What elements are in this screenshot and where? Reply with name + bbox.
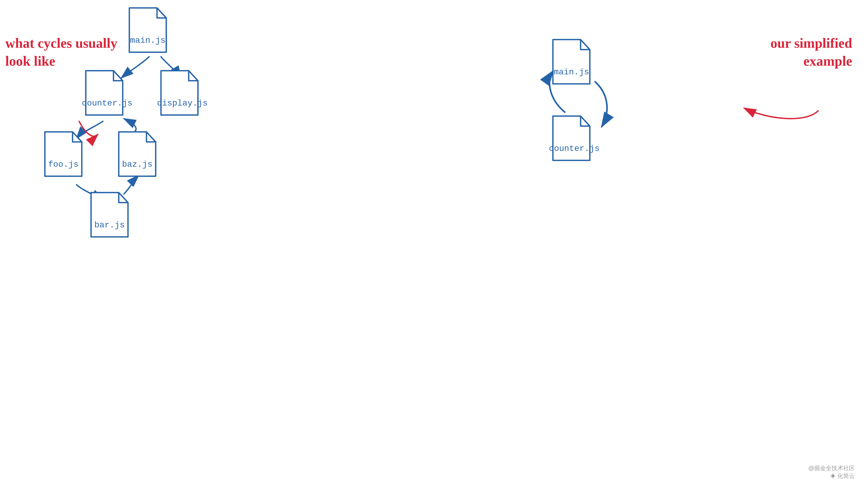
node-main-label: main.js	[125, 36, 170, 45]
node-counter2-label: counter.js	[549, 144, 594, 154]
node-counter: counter.js	[82, 68, 127, 118]
node-counter2: counter.js	[549, 113, 594, 164]
left-annotation-line1: what cycles usually	[5, 34, 118, 52]
node-main: main.js	[125, 5, 170, 55]
node-bar-label: bar.js	[87, 220, 132, 230]
node-bar: bar.js	[87, 190, 132, 240]
node-display: display.js	[157, 68, 202, 118]
watermark: @掘金全技术社区 ◈ 化简云	[808, 464, 855, 480]
node-main2-label: main.js	[549, 67, 594, 77]
right-annotation-line1: our simplified	[770, 34, 852, 52]
node-baz: baz.js	[115, 129, 160, 180]
watermark-line2: ◈ 化简云	[808, 472, 855, 480]
node-foo-label: foo.js	[41, 160, 86, 169]
left-annotation: what cycles usually look like	[5, 34, 118, 70]
watermark-line1: @掘金全技术社区	[808, 464, 855, 472]
left-annotation-line2: look like	[5, 52, 118, 70]
node-baz-label: baz.js	[115, 160, 160, 169]
node-display-label: display.js	[157, 98, 202, 108]
right-annotation: our simplified example	[770, 34, 852, 70]
right-annotation-line2: example	[770, 52, 852, 70]
node-main2: main.js	[549, 37, 594, 87]
node-foo: foo.js	[41, 129, 86, 180]
node-counter-label: counter.js	[82, 98, 127, 108]
